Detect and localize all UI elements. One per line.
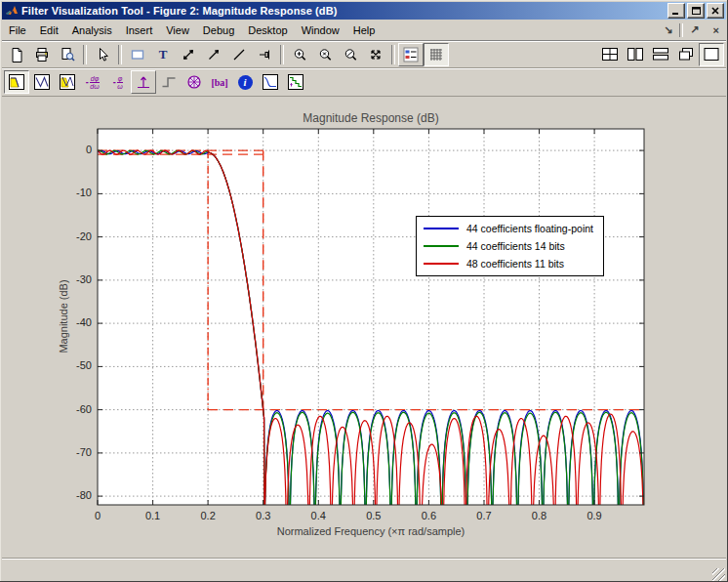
zoom-reset-button[interactable] <box>338 43 363 66</box>
fvtool-window: Filter Visualization Tool - Figure 2: Ma… <box>0 0 728 582</box>
arrow-tool-button[interactable] <box>201 43 226 66</box>
print-preview-button[interactable] <box>55 43 80 66</box>
text-tool-button[interactable]: T <box>150 43 176 66</box>
layout-rows-button[interactable] <box>648 43 673 66</box>
info-icon: i <box>238 75 253 90</box>
text-tool-icon: T <box>159 47 168 62</box>
y-tick-label: -70 <box>57 446 92 458</box>
x-tick-label: 0.1 <box>137 510 170 521</box>
plot-canvas <box>2 97 726 558</box>
legend-toggle-button[interactable] <box>398 43 424 66</box>
coefficients-button[interactable]: [ba] <box>207 70 232 94</box>
layout-columns-icon <box>627 47 644 62</box>
toolbar-separator <box>391 45 395 64</box>
pole-zero-icon <box>185 73 203 91</box>
title-bar[interactable]: Filter Visualization Tool - Figure 2: Ma… <box>2 2 726 20</box>
magnitude-response-button[interactable] <box>4 70 29 94</box>
dock-figure-icon[interactable]: ↘ <box>657 23 679 36</box>
filter-info-button[interactable]: i <box>232 70 258 94</box>
layout-single-button[interactable] <box>699 43 724 66</box>
magnitude-estimate-button[interactable] <box>258 70 283 94</box>
layout-quad-icon <box>601 47 619 62</box>
layout-columns-button[interactable] <box>623 43 648 66</box>
menu-insert[interactable]: Insert <box>119 21 160 39</box>
pole-zero-button[interactable] <box>182 70 207 94</box>
zoom-in-icon <box>292 47 307 62</box>
menu-analysis[interactable]: Analysis <box>65 21 119 39</box>
pointer-icon <box>95 47 110 62</box>
main-toolbar: T <box>2 41 726 68</box>
magnitude-response-icon <box>8 73 25 91</box>
impulse-response-button[interactable] <box>131 70 156 94</box>
layout-single-icon <box>703 47 720 62</box>
legend-line-sample <box>424 245 459 247</box>
close-icon <box>711 7 719 15</box>
layout-quad-button[interactable] <box>597 43 623 66</box>
x-tick-label: 0.2 <box>191 510 224 521</box>
layout-cascade-button[interactable] <box>673 43 699 66</box>
fit-view-button[interactable] <box>363 43 388 66</box>
status-bar <box>2 558 726 582</box>
undock-figure-icon[interactable]: ↗ <box>683 23 706 36</box>
rectangle-tool-button[interactable] <box>125 43 150 66</box>
minimize-button[interactable] <box>667 3 685 19</box>
new-document-icon <box>9 47 24 62</box>
legend[interactable]: 44 coefficients floating-point44 coeffic… <box>416 216 604 276</box>
toolbar-separator <box>83 45 87 64</box>
double-arrow-tool-button[interactable] <box>176 43 201 66</box>
menu-file[interactable]: File <box>2 21 33 39</box>
arrow-icon <box>206 47 222 62</box>
phase-delay-icon: - φ ω <box>113 75 124 90</box>
pin-tool-button[interactable] <box>252 43 277 66</box>
line-icon <box>231 47 247 62</box>
menu-bar: File Edit Analysis Insert View Debug Des… <box>2 20 726 41</box>
y-tick-label: -20 <box>57 230 92 242</box>
magnitude-phase-button[interactable] <box>55 70 80 94</box>
pin-icon <box>257 47 272 62</box>
legend-label: 44 coefficients floating-point <box>466 223 593 234</box>
zoom-out-button[interactable] <box>312 43 338 66</box>
impulse-response-icon <box>135 73 152 91</box>
y-tick-label: 0 <box>57 144 92 155</box>
x-tick-label: 0.5 <box>357 510 390 521</box>
y-tick-label: -50 <box>57 359 92 371</box>
grid-toggle-button[interactable] <box>424 43 449 66</box>
plot-title: Magnitude Response (dB) <box>98 111 644 125</box>
y-tick-label: -40 <box>57 316 92 328</box>
toolbar-separator <box>118 45 122 64</box>
noise-psd-icon <box>287 73 304 91</box>
maximize-button[interactable] <box>687 3 705 19</box>
menu-edit[interactable]: Edit <box>33 21 65 39</box>
zoom-reset-icon <box>343 47 358 62</box>
menu-view[interactable]: View <box>159 21 196 39</box>
magnitude-estimate-icon <box>262 73 279 91</box>
noise-psd-button[interactable] <box>283 70 308 94</box>
x-tick-label: 0.9 <box>578 510 611 521</box>
close-figure-icon[interactable]: × <box>707 24 726 36</box>
close-button[interactable] <box>707 3 724 19</box>
print-button[interactable] <box>29 43 55 66</box>
x-tick-label: 0.6 <box>412 510 445 521</box>
y-tick-label: -60 <box>57 403 92 415</box>
coefficients-icon: [ba] <box>211 77 227 88</box>
pointer-tool-button[interactable] <box>90 43 115 66</box>
legend-entry: 44 coefficients 14 bits <box>417 238 603 254</box>
group-delay-button[interactable]: - dφ dω <box>80 70 105 94</box>
phase-delay-button[interactable]: - φ ω <box>105 70 131 94</box>
line-tool-button[interactable] <box>226 43 252 66</box>
new-figure-button[interactable] <box>4 43 29 66</box>
menu-help[interactable]: Help <box>346 21 383 39</box>
menu-window[interactable]: Window <box>295 21 346 39</box>
resize-grip-icon[interactable] <box>712 568 725 581</box>
legend-line-sample <box>424 228 459 229</box>
phase-response-button[interactable] <box>29 70 55 94</box>
step-response-button[interactable] <box>156 70 182 94</box>
menu-debug[interactable]: Debug <box>196 21 241 39</box>
rectangle-icon <box>130 47 145 62</box>
magnitude-phase-icon <box>59 73 76 91</box>
menu-desktop[interactable]: Desktop <box>241 21 294 39</box>
zoom-out-icon <box>317 47 333 62</box>
legend-label: 48 coefficients 11 bits <box>466 258 564 270</box>
group-delay-icon: - dφ dω <box>86 75 100 90</box>
zoom-in-button[interactable] <box>287 43 312 66</box>
